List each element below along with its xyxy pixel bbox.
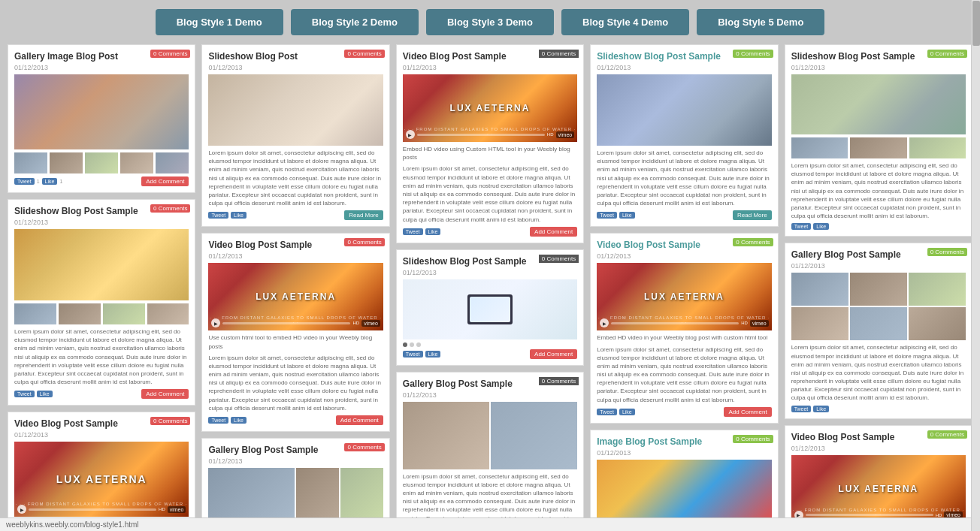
- card-date: 01/12/2013: [597, 449, 771, 457]
- card-actions: Tweet Like Add Comment: [597, 407, 771, 417]
- tweet-btn[interactable]: Tweet: [791, 406, 812, 412]
- tweet-btn[interactable]: Tweet: [403, 228, 423, 235]
- like-btn[interactable]: Like: [425, 228, 441, 235]
- social-btns: Tweet Like: [403, 228, 441, 235]
- scrollbar-thumb[interactable]: [972, 1, 980, 46]
- card-image: [14, 229, 189, 300]
- card-gallery-3: 0 Comments Gallery Blog Post Sample 01/1…: [396, 372, 584, 531]
- comment-btn[interactable]: Add Comment: [141, 176, 189, 186]
- tweet-btn[interactable]: Tweet: [14, 391, 35, 397]
- video-thumbnail: LUX AETERNA · · · FROM DISTANT GALAXIES …: [208, 263, 383, 330]
- progress-bar: [417, 134, 545, 136]
- like-btn[interactable]: Like: [619, 212, 635, 219]
- social-btns: Tweet Like: [791, 223, 830, 230]
- comment-btn[interactable]: Add Comment: [530, 349, 577, 359]
- card-actions: Tweet Like Add Comment: [14, 389, 189, 399]
- video-controls: ▶ HD vimeo: [17, 505, 186, 514]
- like-count: 1: [59, 179, 62, 184]
- hd-badge: HD: [352, 321, 359, 325]
- like-btn[interactable]: Like: [813, 406, 829, 412]
- like-btn[interactable]: Like: [37, 391, 53, 397]
- read-more-btn[interactable]: Read More: [344, 210, 383, 220]
- card-actions: Tweet Like Add Comment: [403, 227, 577, 237]
- lux-text: LUX AETERNA: [644, 291, 724, 302]
- comment-btn[interactable]: Add Comment: [724, 407, 771, 417]
- dot-2: [410, 342, 414, 347]
- progress-bar: [806, 514, 933, 516]
- dot-3: [416, 342, 421, 347]
- card-date: 01/12/2013: [14, 219, 189, 226]
- card-text: Lorem ipsum dolor sit amet, consectetur …: [403, 164, 577, 223]
- video-thumbnail: LUX AETERNA · · · FROM DISTANT GALAXIES …: [597, 263, 771, 330]
- thumb-3: [103, 303, 145, 324]
- card-date: 01/12/2013: [791, 64, 966, 71]
- like-btn[interactable]: Like: [231, 212, 247, 219]
- card-date: 01/12/2013: [403, 391, 577, 399]
- card-slideshow-5: 0 Comments Slideshow Blog Post Sample 01…: [785, 44, 972, 237]
- social-btns: Tweet Like: [14, 391, 53, 397]
- read-more-btn[interactable]: Read More: [733, 210, 772, 220]
- card-date: 01/12/2013: [597, 252, 771, 260]
- comment-badge: 0 Comments: [539, 255, 579, 263]
- status-url: weeblykins.weebly.com/blog-style1.html: [6, 520, 139, 529]
- gallery-cell-4: [791, 307, 848, 340]
- card-date: 01/12/2013: [403, 64, 577, 71]
- gallery-grid: [403, 402, 577, 469]
- vimeo-badge: vimeo: [750, 320, 769, 327]
- comment-btn[interactable]: Add Comment: [530, 227, 577, 237]
- column-5: 0 Comments Slideshow Blog Post Sample 01…: [785, 44, 972, 531]
- comment-badge: 0 Comments: [733, 50, 773, 58]
- nav-btn-4[interactable]: Blog Style 4 Demo: [561, 9, 689, 35]
- nav-btn-3[interactable]: Blog Style 3 Demo: [426, 9, 554, 35]
- hd-badge: HD: [547, 132, 554, 137]
- gallery-cell-1: [403, 402, 489, 469]
- tweet-btn[interactable]: Tweet: [208, 417, 228, 424]
- like-btn[interactable]: Like: [42, 178, 58, 185]
- thumb-3: [85, 152, 118, 173]
- card-gallery-1: 0 Comments Gallery Image Blog Post 01/12…: [8, 44, 195, 193]
- card-date: 01/12/2013: [791, 445, 966, 452]
- card-actions: Tweet Like Read More: [208, 210, 383, 220]
- gallery-grid: [791, 273, 966, 340]
- tweet-btn[interactable]: Tweet: [208, 212, 228, 219]
- comment-badge: 0 Comments: [927, 248, 967, 256]
- like-btn[interactable]: Like: [231, 417, 247, 424]
- hd-badge: HD: [936, 513, 942, 517]
- tweet-btn[interactable]: Tweet: [597, 212, 617, 219]
- comment-btn[interactable]: Add Comment: [336, 415, 383, 425]
- like-btn[interactable]: Like: [813, 223, 829, 230]
- video-controls: ▶ HD vimeo: [600, 318, 768, 327]
- play-btn[interactable]: ▶: [406, 130, 415, 139]
- play-btn[interactable]: ▶: [600, 318, 609, 327]
- status-bar: weeblykins.weebly.com/blog-style1.html: [0, 517, 971, 531]
- comment-badge: 0 Comments: [344, 238, 384, 246]
- like-btn[interactable]: Like: [425, 351, 441, 358]
- card-date: 01/12/2013: [14, 431, 189, 439]
- card-actions: Tweet Like Read More: [597, 210, 771, 220]
- scrollbar[interactable]: [971, 0, 980, 531]
- thumb-row: [14, 152, 189, 173]
- hd-badge: HD: [741, 321, 748, 325]
- tweet-btn[interactable]: Tweet: [14, 178, 35, 185]
- comment-badge: 0 Comments: [150, 417, 190, 425]
- nav-btn-2[interactable]: Blog Style 2 Demo: [291, 9, 419, 35]
- card-date: 01/12/2013: [597, 64, 771, 71]
- nav-btn-1[interactable]: Blog Style 1 Demo: [156, 9, 283, 35]
- progress-bar: [222, 322, 350, 324]
- card-gallery-5: 0 Comments Gallery Blog Post Sample 01/1…: [785, 243, 972, 418]
- tweet-btn[interactable]: Tweet: [791, 223, 812, 230]
- comment-badge: 0 Comments: [344, 443, 384, 451]
- video-controls: ▶ HD vimeo: [211, 318, 380, 327]
- play-btn[interactable]: ▶: [17, 505, 26, 514]
- tweet-btn[interactable]: Tweet: [597, 409, 617, 415]
- tweet-btn[interactable]: Tweet: [403, 351, 423, 358]
- card-video-5: 0 Comments Video Blog Post Sample 01/12/…: [785, 425, 972, 531]
- column-1: 0 Comments Gallery Image Blog Post 01/12…: [8, 44, 195, 531]
- card-actions: Tweet Like: [791, 406, 966, 412]
- like-btn[interactable]: Like: [619, 409, 635, 415]
- comment-btn[interactable]: Add Comment: [141, 389, 189, 399]
- video-thumbnail: LUX AETERNA · · · FROM DISTANT GALAXIES …: [791, 455, 966, 523]
- play-btn[interactable]: ▶: [211, 318, 220, 327]
- social-btns: Tweet Like: [597, 212, 635, 219]
- nav-btn-5[interactable]: Blog Style 5 Demo: [697, 9, 824, 35]
